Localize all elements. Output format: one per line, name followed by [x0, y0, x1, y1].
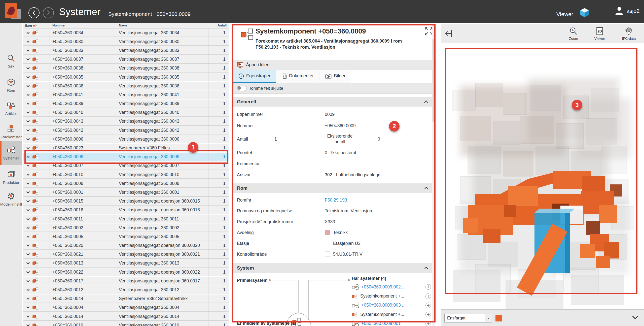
table-row[interactable]: +050=360.0039 Ventilasjonsaggregat 360.0… — [23, 100, 229, 108]
toggle-switch[interactable] — [237, 86, 246, 91]
viewer-cube-icon[interactable] — [579, 7, 590, 19]
add-icon[interactable] — [425, 303, 431, 308]
column-header-antall: Antall — [211, 23, 227, 27]
primary-system-label: Primærsystem — [237, 278, 268, 283]
table-row[interactable]: +050=360.0022 Ventilasjonsaggregat opera… — [23, 268, 229, 277]
row-antall: 1 — [208, 268, 228, 276]
sidebar-item-rom[interactable]: Rom — [0, 74, 22, 97]
system-icon — [32, 48, 39, 53]
open-in-client-button[interactable]: Åpne i klient — [233, 60, 436, 70]
section-header-generelt[interactable]: Generelt — [233, 97, 433, 107]
ifc-data-button[interactable]: IFC-data — [615, 25, 642, 42]
table-row[interactable]: +050=360.0014 Ventilasjonsaggregat 360.0… — [23, 312, 229, 321]
table-row[interactable]: +050=360.0005 Ventilasjonsaggregat 360.0… — [23, 232, 229, 241]
table-row[interactable]: +050=360.0030 Ventilasjonsaggregat 360.0… — [23, 37, 229, 46]
has-system-item[interactable]: +050=360.0009:003 ... — [352, 301, 431, 310]
table-row[interactable]: +050=360.0010 Ventilasjonsaggregat 360.0… — [23, 170, 229, 179]
row-nummer: +050=360.0002 — [50, 223, 116, 232]
add-icon[interactable] — [425, 294, 431, 299]
table-row[interactable]: +050=360.0040 Ventilasjonsaggregat 360.0… — [23, 108, 229, 117]
row-navn: Ventilasjonsaggregat 360.0041 — [116, 90, 208, 99]
table-row[interactable]: +050=360.0035 Ventilasjonsaggregat 360.0… — [23, 73, 229, 82]
sidebar-item-sok[interactable]: Søk — [0, 49, 22, 73]
collapse-panel-icon[interactable] — [444, 29, 454, 38]
table-row[interactable]: +050=360.0009 Ventilasjonsaggregat 360.0… — [23, 153, 229, 161]
table-row[interactable]: +050=360.0016 Ventilasjonsaggregat opera… — [23, 206, 229, 215]
occurrences-icon — [7, 125, 15, 133]
system-icon — [32, 314, 39, 319]
add-icon[interactable] — [425, 312, 431, 317]
table-row[interactable]: +050=360.0038 Ventilasjonsaggregat 360.0… — [23, 64, 229, 73]
chevron-down-icon — [26, 191, 30, 194]
row-antall: 1 — [208, 312, 228, 321]
color-mode-select[interactable]: Ensfarget ▾ — [444, 314, 492, 322]
table-row[interactable]: +050=360.0015 Ventilasjonsaggregat opera… — [23, 197, 229, 206]
section-header-system[interactable]: System — [233, 263, 433, 273]
has-system-item[interactable]: Systemkomponent +... — [352, 291, 431, 301]
table-row[interactable]: +050=360.0011 Ventilasjonsaggregat 360.0… — [23, 215, 229, 223]
member-of-systems-label: Er medlem av systemene (1) — [237, 321, 296, 326]
tab-bilder[interactable]: Bilder — [319, 70, 351, 83]
tab-dokumenter[interactable]: Dokumenter — [276, 70, 319, 83]
sidebar-item-artikler[interactable]: Artikler — [0, 97, 22, 120]
sidebar-item-produkter[interactable]: Produkter — [0, 166, 22, 189]
section-header-rom[interactable]: Rom — [233, 183, 433, 193]
table-row[interactable]: +050=360.0036 Ventilasjonsaggregat 360.0… — [23, 82, 229, 90]
annotation-circle-1: 1 — [188, 142, 198, 153]
sidebar-item-systemer[interactable]: Systemer — [0, 141, 22, 165]
table-row[interactable]: +050=360.0012 Ventilasjonsaggregat 360.0… — [23, 285, 229, 294]
table-row[interactable]: +050=360.0042 Ventilasjonsaggregat 360.0… — [23, 126, 229, 135]
tab-egenskaper[interactable]: Egenskaper — [233, 70, 276, 83]
detail-scrollbar[interactable] — [432, 24, 435, 326]
table-row[interactable]: +050=360.0021 Ventilasjonsaggregat opera… — [23, 250, 229, 259]
sidebar-item-forekomster[interactable]: Forekomster — [0, 120, 22, 144]
table-row[interactable]: +050=360.0004 Ventilasjonsaggregat 360.0… — [23, 303, 229, 312]
row-navn: Ventilasjonsaggregat 360.0013 — [116, 259, 208, 268]
table-row[interactable]: +050=360.0017 Ventilasjonsaggregat opera… — [23, 277, 229, 285]
table-row[interactable]: +050=360.0013 Ventilasjonsaggregat 360.0… — [23, 259, 229, 268]
room-number-link[interactable]: F50.29.193 — [325, 197, 347, 203]
has-system-item[interactable]: Systemkomponent +... — [352, 310, 431, 319]
3d-viewport[interactable] — [441, 43, 644, 309]
chevron-down-icon — [26, 76, 30, 79]
row-antall: 1 — [208, 28, 228, 37]
row-antall: 1 — [208, 161, 228, 170]
user-menu[interactable]: asjo2 — [614, 6, 640, 16]
system-graph: Primærsystem Er medlem av systemene (1) … — [233, 273, 433, 326]
table-row[interactable]: +050=360.0001 Ventilasjonsaggregat 360.0… — [23, 188, 229, 197]
add-icon[interactable] — [425, 321, 431, 326]
forward-button[interactable] — [43, 7, 54, 18]
app-logo-icon[interactable] — [5, 3, 23, 20]
table-row[interactable]: +050=360.0037 Ventilasjonsaggregat 360.0… — [23, 55, 229, 64]
system-icon — [32, 145, 39, 151]
table-row[interactable]: +050=360.0020 Ventilasjonsaggregat opera… — [23, 241, 229, 250]
zoom-button[interactable]: Zoom — [561, 25, 586, 42]
chevron-down-icon[interactable] — [632, 315, 638, 320]
viewer-mode-label[interactable]: Viewer — [556, 11, 573, 18]
detail-header: Systemkomponent +050=360.0009 Forekomst … — [233, 24, 436, 59]
row-navn: Ventilasjonsaggregat operasjon 360.0022 — [116, 268, 208, 276]
chevron-down-icon — [26, 49, 30, 52]
sidebar-item-modellinnstillinger[interactable]: Modellinnstill — [0, 187, 22, 211]
row-antall: 1 — [208, 90, 228, 99]
table-row[interactable]: +050=360.0034 Ventilasjonsaggregat 360.0… — [23, 28, 229, 37]
table-row[interactable]: +050=360.0041 Ventilasjonsaggregat 360.0… — [23, 90, 229, 99]
row-navn: Systembærer V362 Separatavtrekk — [116, 295, 208, 303]
table-row[interactable]: +050=360.0019 Ventilasjonsaggregat 360.0… — [23, 321, 229, 326]
table-row[interactable]: +050=360.0007 Ventilasjonsaggregat 360.0… — [23, 161, 229, 170]
add-icon[interactable] — [425, 284, 431, 290]
has-system-item[interactable]: +050=360.0009:001 — [352, 319, 431, 326]
table-row[interactable]: +050=360.0006 Ventilasjonsaggregat 360.0… — [23, 135, 229, 144]
table-row[interactable]: +050=360.0002 Ventilasjonsaggregat 360.0… — [23, 223, 229, 232]
svg-text:2D: 2D — [597, 29, 602, 33]
table-row[interactable]: +050=360.0033 Ventilasjonsaggregat 360.0… — [23, 46, 229, 55]
row-antall: 1 — [208, 277, 228, 285]
table-row[interactable]: +050=360.0008 Ventilasjonsaggregat 360.0… — [23, 179, 229, 188]
table-row[interactable]: +050=360.0044 Systembærer V362 Separatav… — [23, 295, 229, 303]
2d-viewer-button[interactable]: 2D Viewer — [588, 25, 612, 42]
generelt-fields: Løpenummer 0009 Nummer +050=360.0009 Ant… — [233, 107, 433, 180]
row-nummer: +050=360.0012 — [50, 285, 116, 294]
has-system-item[interactable]: +050=360.0009:002 ... — [352, 282, 431, 291]
table-row[interactable]: +050=360.0043 Ventilasjonsaggregat 360.0… — [23, 117, 229, 126]
back-button[interactable] — [28, 7, 40, 18]
